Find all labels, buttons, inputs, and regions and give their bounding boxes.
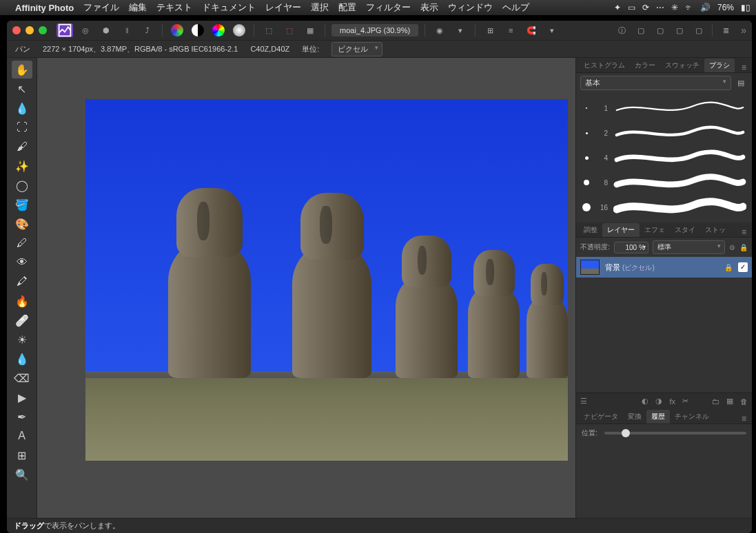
persona-export-icon[interactable]: ⤴: [139, 23, 156, 37]
unit-select[interactable]: ピクセル: [331, 42, 382, 56]
contrast-icon[interactable]: [190, 23, 206, 37]
color-picker-tool[interactable]: 💧: [12, 99, 32, 117]
flood-fill-tool[interactable]: 🪣: [12, 196, 32, 213]
text-tool[interactable]: A: [12, 427, 32, 445]
fx-icon[interactable]: fx: [669, 397, 675, 406]
tab-histogram[interactable]: ヒストグラム: [579, 59, 630, 72]
persona-liquify-icon[interactable]: ◎: [77, 23, 94, 37]
pen-tool[interactable]: ✒: [12, 408, 32, 426]
app-name[interactable]: Affinity Photo: [15, 3, 74, 13]
assistant-icon[interactable]: ⓘ: [613, 23, 630, 37]
close-button[interactable]: [12, 26, 21, 34]
sync-icon[interactable]: ⟳: [642, 3, 649, 12]
tab-navigator[interactable]: ナビゲータ: [579, 410, 623, 424]
hand-tool[interactable]: ✋: [12, 61, 32, 79]
menu-edit[interactable]: 編集: [129, 1, 147, 14]
hue-icon[interactable]: [210, 23, 227, 37]
dropdown-icon[interactable]: ▾: [452, 23, 469, 37]
tray-icons[interactable]: ⋯: [656, 3, 664, 12]
tab-transform[interactable]: 変換: [623, 410, 646, 424]
lightness-icon[interactable]: [231, 23, 247, 37]
battery-percent[interactable]: 76%: [717, 3, 734, 12]
tab-swatches[interactable]: スウォッチ: [660, 59, 704, 72]
arrange-icon[interactable]: ▢: [691, 23, 707, 37]
lock-icon[interactable]: 🔒: [724, 264, 733, 271]
snapping-dropdown-icon[interactable]: ▾: [544, 23, 560, 37]
battery-icon[interactable]: ▮▯: [741, 3, 750, 12]
quick-mask-icon[interactable]: ▦: [302, 23, 318, 37]
marquee-tool[interactable]: ◯: [12, 176, 32, 194]
mesh-tool[interactable]: ⊞: [12, 446, 32, 464]
panel-menu-icon[interactable]: ≡: [739, 414, 749, 424]
tab-stock[interactable]: ストッ: [700, 223, 731, 237]
brush-preset[interactable]: 1: [576, 96, 752, 121]
zoom-button[interactable]: [39, 26, 47, 34]
add-layer-icon[interactable]: ▦: [726, 397, 733, 406]
blend-mode-select[interactable]: 標準: [653, 240, 725, 254]
grid-icon[interactable]: ⊞: [482, 23, 498, 37]
group-layer-icon[interactable]: 🗀: [712, 397, 719, 406]
menu-layer[interactable]: レイヤー: [265, 1, 301, 14]
wifi-icon[interactable]: ᯤ: [685, 3, 693, 12]
display-icon[interactable]: ▭: [628, 3, 635, 12]
mask-icon[interactable]: ◉: [431, 23, 448, 37]
group-icon[interactable]: ▢: [671, 23, 688, 37]
brush-preset[interactable]: 16: [576, 195, 752, 220]
erase-tool[interactable]: ⌫: [12, 369, 32, 387]
align-icon[interactable]: ≣: [717, 23, 734, 37]
persona-photo-icon[interactable]: [57, 23, 73, 37]
brush-preset[interactable]: 4: [576, 145, 752, 170]
layer-settings-icon[interactable]: ⚙: [729, 244, 735, 251]
volume-icon[interactable]: 🔊: [700, 3, 711, 12]
wand-tool[interactable]: ✨: [12, 157, 32, 175]
arrange-fwd-icon[interactable]: ▢: [652, 23, 668, 37]
zoom-tool[interactable]: 🔍: [12, 466, 32, 483]
brush-preset[interactable]: 8: [576, 170, 752, 195]
menu-filter[interactable]: フィルター: [366, 1, 411, 14]
layer-item[interactable]: 背景 (ピクセル) 🔒 ✓: [576, 257, 752, 278]
selection-refine-icon[interactable]: ⬚: [281, 23, 298, 37]
tab-effects[interactable]: エフェ: [640, 223, 670, 237]
layer-list[interactable]: 背景 (ピクセル) 🔒 ✓: [576, 257, 752, 393]
visibility-checkbox[interactable]: ✓: [738, 262, 748, 272]
delete-layer-icon[interactable]: 🗑: [740, 397, 748, 406]
move-tool[interactable]: ↖: [12, 80, 32, 98]
pen-brush-tool[interactable]: 🖊: [12, 234, 32, 252]
alignment-icon[interactable]: ≡: [502, 23, 519, 37]
blend-ranges-icon[interactable]: ☰: [580, 397, 587, 406]
dodge-tool[interactable]: ☀: [12, 331, 32, 348]
gradient-tool[interactable]: 🎨: [12, 215, 32, 233]
canvas[interactable]: [37, 58, 575, 518]
tab-styles[interactable]: スタイ: [670, 223, 700, 237]
tab-layers[interactable]: レイヤー: [602, 223, 640, 237]
brush-tool[interactable]: 🖌: [12, 138, 32, 156]
document-tab[interactable]: moai_4.JPG (30.9%): [331, 24, 418, 36]
tab-color[interactable]: カラー: [630, 59, 660, 72]
selection-marquee-icon[interactable]: ⬚: [260, 23, 277, 37]
panel-menu-icon[interactable]: ≡: [739, 63, 749, 72]
menu-arrange[interactable]: 配置: [338, 1, 356, 14]
inpaint-tool[interactable]: 🩹: [12, 311, 32, 329]
persona-develop-icon[interactable]: ⬢: [98, 23, 114, 37]
menu-file[interactable]: ファイル: [83, 1, 119, 14]
bluetooth-icon[interactable]: ✳: [671, 3, 678, 12]
crop-layer-icon[interactable]: ✂: [682, 397, 688, 406]
menu-document[interactable]: ドキュメント: [202, 1, 256, 14]
toolbar-overflow-icon[interactable]: »: [737, 25, 746, 36]
brush-category-select[interactable]: 基本: [580, 76, 731, 90]
document-view[interactable]: [85, 99, 568, 461]
persona-tone-icon[interactable]: ⦀: [119, 23, 135, 37]
menu-select[interactable]: 選択: [311, 1, 329, 14]
tab-brushes[interactable]: ブラシ: [704, 59, 735, 72]
crop-tool[interactable]: ⛶: [12, 118, 32, 136]
panel-menu-icon[interactable]: ≡: [739, 227, 749, 237]
menu-help[interactable]: ヘルプ: [502, 1, 529, 14]
snapping-icon[interactable]: 🧲: [523, 23, 540, 37]
brush-options-icon[interactable]: ▤: [734, 76, 748, 90]
blur-tool[interactable]: 💧: [12, 350, 32, 368]
tab-history[interactable]: 履歴: [646, 410, 670, 424]
burn-tool[interactable]: 🔥: [12, 292, 32, 310]
node-tool[interactable]: ▶: [12, 388, 32, 406]
minimize-button[interactable]: [25, 26, 34, 34]
evernote-icon[interactable]: ✦: [614, 3, 621, 12]
